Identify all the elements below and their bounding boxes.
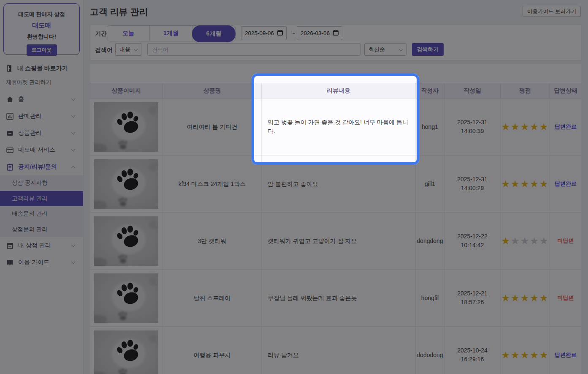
date-cell: 2025-12-2118:57:26 <box>444 270 501 327</box>
usage-guide-button[interactable]: 이용가이드 보러가기 <box>523 6 581 17</box>
chevron-down-icon <box>71 131 76 135</box>
product-name-cell: 여리여리 봄 가디건 <box>163 98 262 156</box>
table-row[interactable]: 여행용 파우치 리뷰 남겨요 dododong 2025-10-2416:29:… <box>90 327 581 374</box>
search-field-value: 내용 <box>119 46 130 53</box>
sidebar-item-notice-review-inquiry[interactable]: 공지/리뷰/문의 <box>0 158 83 175</box>
review-table: 상품이미지 상품명 리뷰내용 작성자 작성일 평점 답변상태 여리여리 봄 가디… <box>90 83 581 374</box>
product-image-cell <box>90 270 163 327</box>
calendar-icon[interactable] <box>277 30 283 37</box>
sidebar-item-daedomae-service[interactable]: 대도매 서비스 <box>0 142 83 158</box>
sidebar-item-my-shop-shortcut[interactable]: 내 쇼핑몰 바로가기 <box>0 63 83 74</box>
sidebar-item-products[interactable]: 상품관리 <box>0 125 83 142</box>
welcome-text: 환영합니다! <box>4 33 79 41</box>
col-header-author: 작성자 <box>416 83 444 98</box>
star-rating: ★★★★★ <box>501 234 549 248</box>
product-image-cell <box>90 213 163 270</box>
home-icon <box>6 96 14 103</box>
period-6month-button[interactable]: 6개월 <box>192 25 236 42</box>
store-name: 대도매 <box>4 22 79 30</box>
door-icon <box>6 65 14 72</box>
review-content-cell: 입고 벚꽃 놀이 가면 좋을 것 같아요! 너무 마음에 듭니다. <box>262 98 416 156</box>
table-row[interactable]: 탈취 스프레이 부장님 몰래 써봤는데 효과 좋은듯 hongfil 2025-… <box>90 270 581 327</box>
chevron-down-icon <box>71 114 76 118</box>
period-segmented-control: 오늘 1개월 6개월 <box>107 25 236 41</box>
chevron-down-icon <box>71 243 76 247</box>
product-name-cell: kf94 마스크 24개입 1박스 <box>163 156 262 213</box>
chevron-up-icon <box>71 166 76 170</box>
calendar-icon[interactable] <box>333 30 339 37</box>
product-name-cell: 탈취 스프레이 <box>163 270 262 327</box>
date-from-input[interactable]: 2025-09-06 <box>241 26 287 40</box>
menu-label: 내 상점 관리 <box>18 242 67 249</box>
notice-submenu: 상점 공지사항 고객리뷰 관리 배송문의 관리 상점문의 관리 <box>0 175 83 237</box>
shortcut-label: 내 쇼핑몰 바로가기 <box>17 65 68 72</box>
sidebar-item-store-inquiry[interactable]: 상점문의 관리 <box>0 222 83 238</box>
product-name-cell: 3단 캣타워 <box>163 213 262 270</box>
submenu-label: 고객리뷰 관리 <box>12 195 48 202</box>
status-cell[interactable]: 답변완료 <box>550 98 581 156</box>
sidebar-item-sales[interactable]: 판매관리 <box>0 108 83 125</box>
book-icon <box>6 259 14 266</box>
rating-cell: ★★★★★ <box>501 327 550 374</box>
status-cell[interactable]: 답변완료 <box>550 156 581 213</box>
box-icon <box>6 129 14 137</box>
chevron-down-icon <box>399 47 403 51</box>
filter-panel: 기간 : 오늘 1개월 6개월 2025-09-06 ~ 2026-03-06 … <box>90 24 581 60</box>
col-header-date: 작성일 <box>444 83 501 98</box>
menu-label: 홈 <box>18 96 67 103</box>
partner-link-label: 제휴마켓 관리하기 <box>6 79 51 86</box>
search-field-select[interactable]: 내용 <box>115 43 141 56</box>
paw-print-image <box>94 102 158 152</box>
submenu-label: 배송문의 관리 <box>12 210 48 218</box>
product-name-cell: 여행용 파우치 <box>163 327 262 374</box>
sidebar-item-home[interactable]: 홈 <box>0 91 83 108</box>
status-cell[interactable]: 답변완료 <box>550 327 581 374</box>
author-cell: dongdong <box>416 213 444 270</box>
table-row[interactable]: 여리여리 봄 가디건 입고 벚꽃 놀이 가면 좋을 것 같아요! 너무 마음에 … <box>90 98 581 156</box>
product-image-cell <box>90 98 163 156</box>
date-cell: 2025-10-2416:29:16 <box>444 327 501 374</box>
main-content: 고객 리뷰 관리 이용가이드 보러가기 기간 : 오늘 1개월 6개월 2025… <box>84 0 588 374</box>
chevron-down-icon <box>134 47 138 51</box>
table-header-row: 상품이미지 상품명 리뷰내용 작성자 작성일 평점 답변상태 <box>90 83 581 98</box>
review-content-cell: 안 불편하고 좋아요 <box>262 156 416 213</box>
sidebar-item-partner-market[interactable]: 제휴마켓 관리하기 <box>0 77 83 87</box>
sort-order-select[interactable]: 최신순 <box>364 43 406 56</box>
chevron-down-icon <box>71 147 76 152</box>
paw-print-image <box>94 159 158 209</box>
status-cell[interactable]: 미답변 <box>550 270 581 327</box>
menu-label: 판매관리 <box>18 112 67 120</box>
date-to-input[interactable]: 2026-03-06 <box>297 26 342 40</box>
chevron-down-icon <box>71 97 76 101</box>
search-button[interactable]: 검색하기 <box>412 43 444 56</box>
sidebar-item-store-notice[interactable]: 상점 공지사항 <box>0 175 83 191</box>
menu-label: 공지/리뷰/문의 <box>18 163 67 171</box>
sidebar-item-my-store[interactable]: 내 상점 관리 <box>0 237 83 254</box>
status-cell[interactable]: 미답변 <box>550 213 581 270</box>
date-cell: 2025-12-3114:00:39 <box>444 98 501 156</box>
col-header-product-image: 상품이미지 <box>90 83 163 98</box>
logout-button[interactable]: 로그아웃 <box>27 44 57 56</box>
chart-icon <box>6 112 14 120</box>
sidebar-item-usage-guide[interactable]: 이용 가이드 <box>0 254 83 271</box>
period-1month-button[interactable]: 1개월 <box>150 26 192 41</box>
rating-cell: ★★★★★ <box>501 156 550 213</box>
paw-print-image <box>94 216 158 266</box>
date-to-value: 2026-03-06 <box>301 30 330 36</box>
keyword-search-input[interactable] <box>147 43 360 56</box>
col-header-status: 답변상태 <box>550 83 581 98</box>
menu-label: 이용 가이드 <box>18 259 67 266</box>
star-rating: ★★★★★ <box>501 120 549 134</box>
sidebar-item-customer-review[interactable]: 고객리뷰 관리 <box>0 191 83 207</box>
table-row[interactable]: 3단 캣타워 캣타워가 귀엽고 고양이가 잘 자요 dongdong 2025-… <box>90 213 581 270</box>
author-cell: hong1 <box>416 98 444 156</box>
star-rating: ★★★★★ <box>501 348 549 363</box>
rating-cell: ★★★★★ <box>501 98 550 156</box>
period-today-button[interactable]: 오늘 <box>107 26 150 41</box>
table-row[interactable]: kf94 마스크 24개입 1박스 안 불편하고 좋아요 gill1 2025-… <box>90 156 581 213</box>
store-icon <box>6 242 14 249</box>
sidebar-item-shipping-inquiry[interactable]: 배송문의 관리 <box>0 206 83 222</box>
sort-order-value: 최신순 <box>369 46 385 53</box>
col-header-product-name: 상품명 <box>163 83 262 98</box>
review-table-card: 상품이미지 상품명 리뷰내용 작성자 작성일 평점 답변상태 여리여리 봄 가디… <box>90 64 581 374</box>
